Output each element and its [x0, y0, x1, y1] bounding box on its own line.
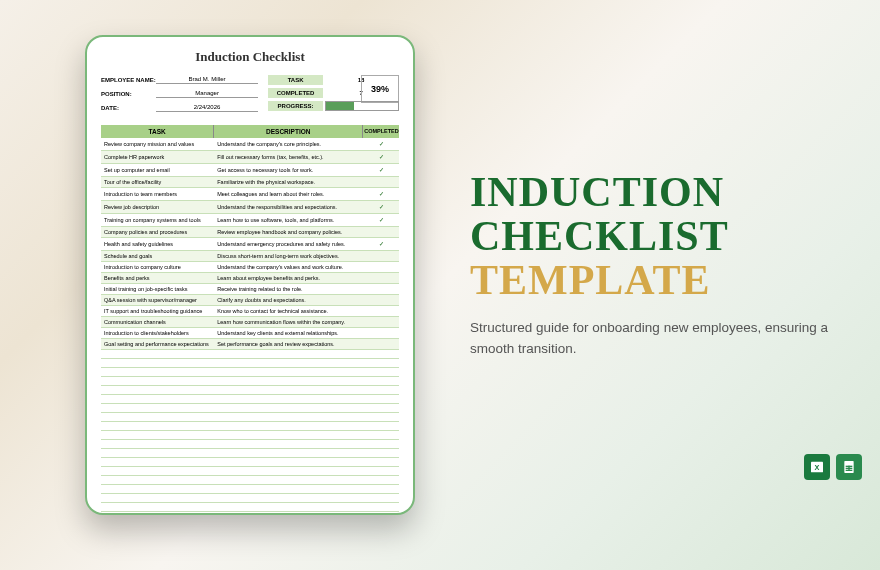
- table-row: Review job descriptionUnderstand the res…: [101, 201, 399, 214]
- excel-icon: X: [804, 454, 830, 480]
- empty-row: [101, 386, 399, 395]
- cell-desc: Understand the company's core principles…: [214, 139, 363, 149]
- cell-task: Complete HR paperwork: [101, 152, 214, 162]
- cell-desc: Know who to contact for technical assist…: [214, 306, 363, 316]
- empty-row: [101, 449, 399, 458]
- empty-row: [101, 377, 399, 386]
- cell-task: Tour of the office/facility: [101, 177, 214, 187]
- cell-completed: [363, 253, 399, 259]
- cell-completed: [363, 297, 399, 303]
- empty-row: [101, 350, 399, 359]
- cell-desc: Learn how to use software, tools, and pl…: [214, 215, 363, 225]
- promo-line1: INDUCTION: [470, 170, 830, 214]
- empty-rows: [101, 350, 399, 512]
- empty-row: [101, 413, 399, 422]
- table-row: Introduction to company cultureUnderstan…: [101, 262, 399, 273]
- table-row: IT support and troubleshooting guidanceK…: [101, 306, 399, 317]
- cell-completed: [363, 264, 399, 270]
- cell-completed: [363, 330, 399, 336]
- document-preview: Induction Checklist EMPLOYEE NAME:Brad M…: [85, 35, 415, 515]
- cell-desc: Get access to necessary tools for work.: [214, 165, 363, 175]
- promo-title: INDUCTION CHECKLIST TEMPLATE: [470, 170, 830, 302]
- date-label: DATE:: [101, 105, 156, 111]
- cell-desc: Fill out necessary forms (tax, benefits,…: [214, 152, 363, 162]
- empty-row: [101, 359, 399, 368]
- svg-rect-6: [848, 466, 849, 471]
- emp-value: Brad M. Miller: [156, 76, 258, 84]
- sheets-icon: [836, 454, 862, 480]
- table-row: Complete HR paperworkFill out necessary …: [101, 151, 399, 164]
- table-row: Initial training on job-specific tasksRe…: [101, 284, 399, 295]
- table-body: Review company mission and valuesUnderst…: [101, 138, 399, 350]
- col-task: TASK: [101, 125, 214, 138]
- cell-task: Benefits and perks: [101, 273, 214, 283]
- cell-task: Review job description: [101, 202, 214, 212]
- cell-task: IT support and troubleshooting guidance: [101, 306, 214, 316]
- cell-completed: [363, 341, 399, 347]
- promo-subtitle: Structured guide for onboarding new empl…: [470, 318, 830, 359]
- task-stat-label: TASK: [268, 75, 323, 85]
- cell-completed: [363, 179, 399, 185]
- cell-desc: Understand the responsibilities and expe…: [214, 202, 363, 212]
- table-row: Introduction to team membersMeet colleag…: [101, 188, 399, 201]
- cell-task: Company policies and procedures: [101, 227, 214, 237]
- cell-task: Communication channels: [101, 317, 214, 327]
- header-section: EMPLOYEE NAME:Brad M. Miller POSITION:Ma…: [101, 73, 399, 115]
- empty-row: [101, 458, 399, 467]
- date-value: 2/24/2026: [156, 104, 258, 112]
- cell-completed: [363, 275, 399, 281]
- col-completed: COMPLETED: [363, 125, 399, 138]
- table-row: Review company mission and valuesUnderst…: [101, 138, 399, 151]
- cell-task: Introduction to clients/stakeholders: [101, 328, 214, 338]
- cell-desc: Set performance goals and review expecta…: [214, 339, 363, 349]
- cell-completed: ✓: [363, 188, 399, 200]
- empty-row: [101, 485, 399, 494]
- cell-task: Introduction to company culture: [101, 262, 214, 272]
- cell-task: Review company mission and values: [101, 139, 214, 149]
- cell-task: Q&A session with supervisor/manager: [101, 295, 214, 305]
- percent-box: 39%: [361, 75, 399, 103]
- cell-desc: Discuss short-term and long-term work ob…: [214, 251, 363, 261]
- table-row: Health and safety guidelinesUnderstand e…: [101, 238, 399, 251]
- cell-completed: [363, 286, 399, 292]
- cell-desc: Familiarize with the physical workspace.: [214, 177, 363, 187]
- cell-desc: Meet colleagues and learn about their ro…: [214, 189, 363, 199]
- cell-task: Schedule and goals: [101, 251, 214, 261]
- pos-label: POSITION:: [101, 91, 156, 97]
- empty-row: [101, 476, 399, 485]
- cell-completed: [363, 229, 399, 235]
- svg-text:X: X: [815, 463, 820, 472]
- table-row: Schedule and goalsDiscuss short-term and…: [101, 251, 399, 262]
- table-row: Introduction to clients/stakeholdersUnde…: [101, 328, 399, 339]
- cell-desc: Understand the company's values and work…: [214, 262, 363, 272]
- cell-task: Goal setting and performance expectation…: [101, 339, 214, 349]
- cell-task: Introduction to team members: [101, 189, 214, 199]
- table-row: Q&A session with supervisor/managerClari…: [101, 295, 399, 306]
- empty-row: [101, 422, 399, 431]
- table-row: Company policies and proceduresReview em…: [101, 227, 399, 238]
- promo-line2: CHECKLIST: [470, 214, 830, 258]
- cell-desc: Understand emergency procedures and safe…: [214, 239, 363, 249]
- table-row: Goal setting and performance expectation…: [101, 339, 399, 350]
- table-row: Communication channelsLearn how communic…: [101, 317, 399, 328]
- cell-completed: ✓: [363, 214, 399, 226]
- empty-row: [101, 395, 399, 404]
- table-row: Set up computer and emailGet access to n…: [101, 164, 399, 177]
- cell-desc: Clarify any doubts and expectations.: [214, 295, 363, 305]
- comp-stat-label: COMPLETED: [268, 88, 323, 98]
- cell-task: Training on company systems and tools: [101, 215, 214, 225]
- format-icons: X: [804, 454, 862, 480]
- emp-label: EMPLOYEE NAME:: [101, 77, 156, 83]
- cell-completed: ✓: [363, 138, 399, 150]
- empty-row: [101, 404, 399, 413]
- cell-completed: ✓: [363, 201, 399, 213]
- empty-row: [101, 440, 399, 449]
- table-row: Training on company systems and toolsLea…: [101, 214, 399, 227]
- cell-desc: Receive training related to the role.: [214, 284, 363, 294]
- table-row: Benefits and perksLearn about employee b…: [101, 273, 399, 284]
- promo-section: INDUCTION CHECKLIST TEMPLATE Structured …: [470, 170, 830, 359]
- cell-desc: Learn about employee benefits and perks.: [214, 273, 363, 283]
- promo-line3: TEMPLATE: [470, 258, 830, 302]
- table-row: Tour of the office/facilityFamiliarize w…: [101, 177, 399, 188]
- empty-row: [101, 467, 399, 476]
